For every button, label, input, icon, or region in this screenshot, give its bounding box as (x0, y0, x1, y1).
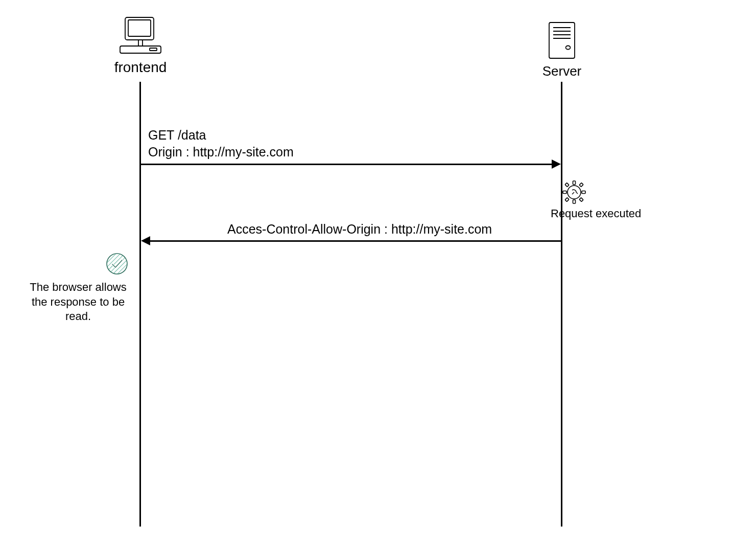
svg-rect-13 (563, 191, 566, 194)
svg-rect-3 (150, 48, 157, 51)
actor-server-label: Server (534, 63, 590, 79)
success-badge (105, 252, 129, 278)
server-processing: Request executed (551, 179, 641, 221)
svg-rect-11 (573, 181, 576, 185)
request-line1: GET /data (148, 127, 294, 144)
svg-rect-16 (579, 183, 583, 187)
svg-rect-14 (582, 191, 585, 194)
server-annotation-text: Request executed (551, 207, 641, 221)
actor-frontend: frontend (97, 14, 184, 76)
lifeline-server (561, 82, 562, 527)
client-annotation-text: The browser allows the response to be re… (19, 280, 137, 324)
svg-point-9 (566, 46, 571, 50)
server-icon (534, 20, 590, 60)
client-annotation: The browser allows the response to be re… (19, 280, 137, 324)
svg-point-20 (107, 254, 127, 274)
svg-rect-18 (579, 198, 583, 202)
actor-frontend-label: frontend (97, 59, 184, 76)
gear-icon (551, 179, 641, 206)
sequence-diagram: frontend Server GET /data Origin : http:… (0, 0, 756, 548)
computer-icon (97, 14, 184, 56)
svg-rect-2 (120, 46, 161, 53)
lifeline-frontend (139, 82, 141, 527)
check-icon (105, 269, 129, 278)
response-line1: Acces-Control-Allow-Origin : http://my-s… (227, 221, 492, 238)
request-line2: Origin : http://my-site.com (148, 144, 294, 161)
svg-rect-1 (128, 20, 151, 36)
response-message: Acces-Control-Allow-Origin : http://my-s… (227, 221, 492, 238)
svg-rect-15 (565, 183, 569, 187)
svg-rect-17 (565, 198, 569, 202)
request-message: GET /data Origin : http://my-site.com (148, 127, 294, 160)
actor-server: Server (534, 20, 590, 79)
svg-rect-12 (573, 200, 576, 203)
